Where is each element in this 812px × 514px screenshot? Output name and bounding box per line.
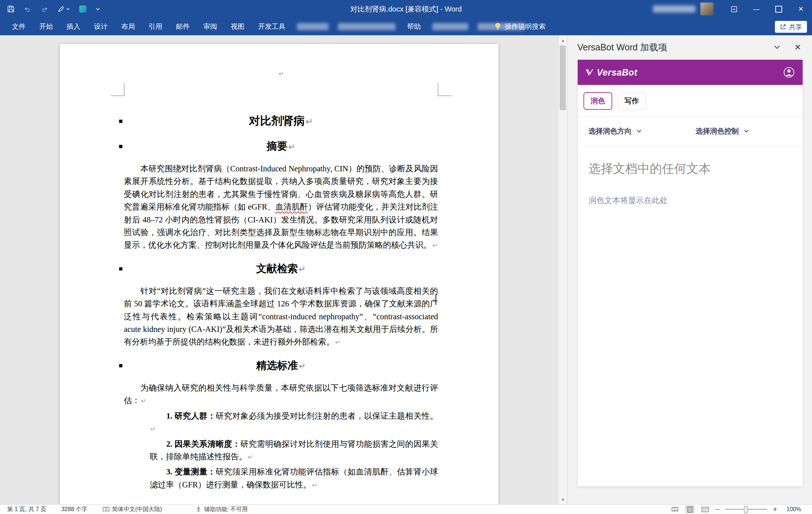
heading-bullet-icon [119,267,122,270]
panel-dropdown-0[interactable]: 选择润色方向 [588,126,696,136]
scroll-up-icon[interactable]: ▲ [559,36,567,45]
placeholder-subtitle: 润色文本将显示在此处 [588,195,792,206]
margin-crop-mark [438,95,451,96]
margin-crop-mark [438,83,438,96]
margin-crop-mark [111,95,125,96]
doc-section-heading[interactable]: 精选标准↵ [124,358,438,374]
doc-paragraph[interactable]: 本研究围绕对比剂肾病（Contrast-Induced Nephropathy,… [124,162,438,252]
user-account-icon[interactable] [783,67,795,78]
ribbon-tab-12[interactable]: 帮助 [400,18,428,35]
addin-dice-icon[interactable] [79,5,86,13]
zoom-in-icon[interactable]: + [773,506,777,513]
share-label: 共享 [789,23,802,31]
ribbon-tab-8[interactable]: 视图 [224,18,251,35]
doc-title-heading[interactable]: 对比剂肾病↵ [124,113,438,130]
doc-list-item[interactable]: 3. 变量测量：研究须采用标准化肾功能评估指标（如血清肌酐、估算肾小球滤过率（G… [150,465,438,491]
placeholder-block: 选择文档中的任何文本 润色文本将显示在此处 [578,146,803,206]
pane-close-icon[interactable]: ✕ [794,42,801,52]
ribbon-tab-5[interactable]: 引用 [142,18,169,35]
word-count-status[interactable]: 3288 个字 [61,506,87,513]
minimize-button[interactable]: — [745,0,767,18]
document-content[interactable]: ↵对比剂肾病↵摘要↵本研究围绕对比剂肾病（Contrast-Induced Ne… [60,44,499,491]
web-layout-view-icon[interactable] [700,505,710,513]
quick-access-toolbar [0,5,100,13]
print-layout-view-icon[interactable] [685,505,695,513]
account-name-redacted [653,5,695,13]
doc-section-heading[interactable]: 文献检索↵ [124,261,438,277]
ribbon-tab-6[interactable]: 邮件 [169,18,197,35]
zoom-level[interactable]: 100% [786,506,801,513]
text-run: 摘要 [267,140,288,152]
customize-qat-icon[interactable] [96,8,100,11]
account-avatar[interactable] [700,3,713,15]
panel-tab-1[interactable]: 写作 [617,92,646,110]
versabot-logo: VersaBot [586,67,637,78]
maximize-button[interactable] [767,0,790,18]
ribbon-tab-7[interactable]: 审阅 [197,18,224,35]
doc-paragraph[interactable]: 为确保纳入研究的相关性与科学质量，本研究依据以下七项筛选标准对文献进行评估：↵ [124,382,438,407]
doc-section-heading[interactable]: 摘要↵ [124,139,438,154]
title-bar: 对比剂肾病.docx [兼容模式] - Word — ✕ [0,0,812,18]
ink-pen-icon[interactable] [58,5,70,13]
accessibility-status[interactable]: 辅助功能: 不可用 [196,506,248,513]
panel-dropdown-1[interactable]: 选择润色控制 [696,126,803,136]
heading-bullet-icon [119,364,122,367]
ribbon-tab-2[interactable]: 插入 [60,18,87,35]
text-run: 3. 变量测量： [166,467,216,476]
redo-icon[interactable] [41,6,48,12]
document-canvas[interactable]: ↵对比剂肾病↵摘要↵本研究围绕对比剂肾病（Contrast-Induced Ne… [0,35,567,505]
save-icon[interactable] [7,5,14,13]
versabot-v-icon [586,69,594,76]
proofing-book-icon [103,507,109,512]
zoom-slider[interactable] [725,509,767,510]
zoom-out-icon[interactable]: − [716,506,720,513]
paragraph-mark-icon: ↵ [299,264,306,274]
paragraph-mark-icon: ↵ [335,338,340,346]
doc-empty-paragraph[interactable]: ↵ [124,67,438,80]
ribbon-tab-9[interactable]: 开发工具 [251,18,292,35]
pane-options-chevron-icon[interactable] [773,45,781,50]
scrollbar-thumb[interactable] [560,45,566,110]
paragraph-mark-icon: ↵ [299,361,306,371]
text-run: 为确保纳入研究的相关性与科学质量，本研究依据以下七项筛选标准对文献进行评估： [124,383,438,405]
paragraph-mark-icon: ↵ [432,242,438,249]
ribbon-tab-row: 文件开始插入设计布局引用邮件审阅视图开发工具帮助 操作说明搜索 共享 [0,18,812,35]
vertical-scrollbar[interactable]: ▲ ▼ [558,35,567,505]
addin-task-pane: VersaBot Word 加载项 ✕ VersaBot 润色写作 选择润色方向… [567,35,812,505]
paragraph-mark-icon: ↵ [288,142,295,152]
text-run: 对比剂肾病 [249,114,305,127]
paragraph-mark-icon: ↵ [306,116,313,127]
paragraph-mark-icon: ↵ [312,481,317,489]
ribbon-tab-0[interactable]: 文件 [5,18,32,35]
ribbon-tab-3[interactable]: 设计 [87,18,114,35]
ribbon-tab-redacted[interactable] [338,23,396,30]
text-run: 研究对象必须为接受对比剂注射的患者，以保证主题相关性。 [216,411,438,420]
scroll-down-icon[interactable]: ▼ [559,495,567,504]
ribbon-tab-redacted[interactable] [432,23,468,30]
language-status[interactable]: 简体中文(中国大陆) [103,506,162,513]
ribbon-tab-redacted[interactable] [297,23,329,30]
ribbon-tab-4[interactable]: 布局 [114,18,142,35]
page-number-status[interactable]: 第 1 页, 共 7 页 [7,506,46,513]
undo-icon[interactable] [24,6,31,12]
ribbon-display-options-icon[interactable] [723,0,745,18]
close-button[interactable]: ✕ [790,0,812,18]
tell-me-search[interactable]: 操作说明搜索 [495,22,546,31]
doc-list-item[interactable]: 1. 研究人群：研究对象必须为接受对比剂注射的患者，以保证主题相关性。↵ [150,410,438,436]
text-run: 2. 因果关系清晰度： [166,439,240,448]
doc-paragraph[interactable]: 针对“对比剂肾病”这一研究主题，我们在文献语料库中检索了与该领域高度相关的前 5… [124,285,438,349]
word-application-window: 对比剂肾病.docx [兼容模式] - Word — ✕ 文件开始插入设计布局引… [0,0,812,514]
panel-tab-0[interactable]: 润色 [583,92,612,110]
placeholder-title: 选择文档中的任何文本 [588,161,792,177]
document-page[interactable]: ↵对比剂肾病↵摘要↵本研究围绕对比剂肾病（Contrast-Induced Ne… [60,44,499,505]
doc-list-item[interactable]: 2. 因果关系清晰度：研究需明确探讨对比剂使用与肾功能损害之间的因果关联，排除单… [150,438,438,464]
share-icon [780,24,786,30]
share-button[interactable]: 共享 [775,21,807,33]
status-left: 第 1 页, 共 7 页 3288 个字 简体中文(中国大陆) 辅助功能: 不可… [0,506,263,513]
read-mode-view-icon[interactable] [670,505,680,513]
text-run: 文献检索 [256,263,298,274]
versabot-card: VersaBot 润色写作 选择润色方向选择润色控制 选择文档中的任何文本 润色… [577,59,803,487]
heading-bullet-icon [119,120,122,123]
ribbon-tab-1[interactable]: 开始 [32,18,60,35]
zoom-slider-thumb[interactable] [744,506,748,513]
